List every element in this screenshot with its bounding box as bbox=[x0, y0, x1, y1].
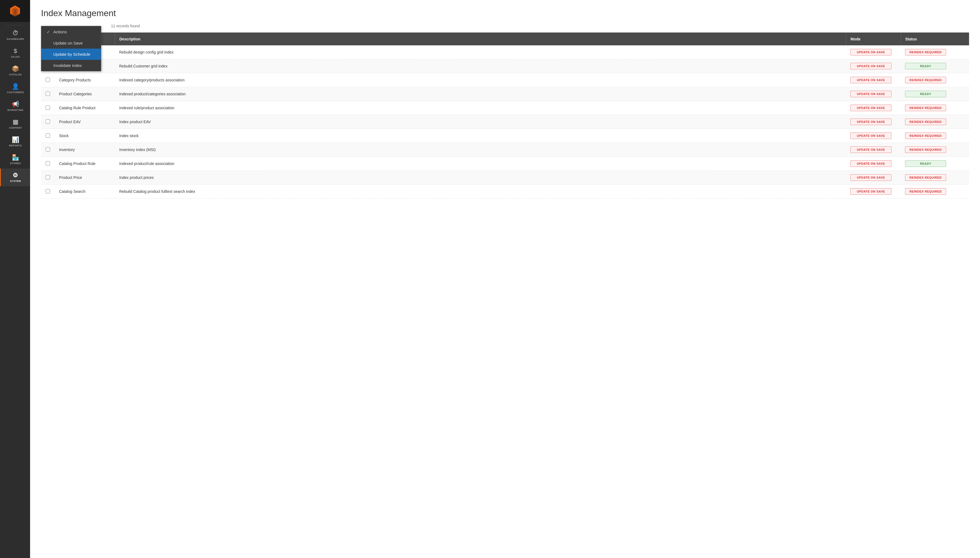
row-status[interactable]: REINDEX REQUIRED bbox=[901, 101, 969, 115]
row-indexer: Catalog Product Rule bbox=[55, 157, 115, 171]
row-indexer: Product EAV bbox=[55, 115, 115, 129]
dropdown-item-update-on-save[interactable]: Update on Save bbox=[41, 38, 101, 49]
sidebar-item-sales[interactable]: $ SALES bbox=[0, 44, 30, 62]
customers-icon: 👤 bbox=[12, 84, 20, 90]
row-checkbox-cell[interactable] bbox=[41, 87, 55, 101]
row-checkbox-cell[interactable] bbox=[41, 73, 55, 87]
dropdown-item-actions-header[interactable]: ✓ Actions bbox=[41, 26, 101, 38]
main-content: Index Management ✓ Actions Update on Sav… bbox=[30, 0, 980, 558]
row-status[interactable]: REINDEX REQUIRED bbox=[901, 115, 969, 129]
status-badge[interactable]: REINDEX REQUIRED bbox=[905, 49, 946, 56]
sidebar-item-content[interactable]: ▦ CONTENT bbox=[0, 115, 30, 133]
row-status[interactable]: READY bbox=[901, 87, 969, 101]
row-description: Index product prices bbox=[115, 171, 846, 185]
mode-badge[interactable]: UPDATE ON SAVE bbox=[850, 133, 891, 139]
mode-badge[interactable]: UPDATE ON SAVE bbox=[850, 49, 891, 56]
row-status[interactable]: REINDEX REQUIRED bbox=[901, 185, 969, 199]
row-checkbox-cell[interactable] bbox=[41, 171, 55, 185]
mode-badge[interactable]: UPDATE ON SAVE bbox=[850, 146, 891, 153]
mode-badge[interactable]: UPDATE ON SAVE bbox=[850, 118, 891, 125]
row-description: Index stock bbox=[115, 129, 846, 143]
mode-badge[interactable]: UPDATE ON SAVE bbox=[850, 174, 891, 181]
row-checkbox[interactable] bbox=[46, 189, 50, 194]
sidebar-label-dashboard: DASHBOARD bbox=[7, 38, 24, 40]
row-checkbox-cell[interactable] bbox=[41, 143, 55, 157]
table-row: Design Config GridRebuild design config … bbox=[41, 45, 969, 59]
row-status[interactable]: REINDEX REQUIRED bbox=[901, 171, 969, 185]
actions-dropdown-menu[interactable]: ✓ Actions Update on Save Update by Sched… bbox=[41, 26, 101, 71]
sales-icon: $ bbox=[14, 48, 17, 54]
row-checkbox[interactable] bbox=[46, 105, 50, 110]
status-badge[interactable]: REINDEX REQUIRED bbox=[905, 188, 946, 195]
mode-badge[interactable]: UPDATE ON SAVE bbox=[850, 105, 891, 111]
row-indexer: Category Products bbox=[55, 73, 115, 87]
dropdown-item-update-by-schedule[interactable]: Update by Schedule bbox=[41, 49, 101, 60]
dropdown-invalidate-index-label: Invalidate index bbox=[53, 63, 82, 68]
content-icon: ▦ bbox=[13, 119, 18, 125]
row-mode[interactable]: UPDATE ON SAVE bbox=[846, 185, 901, 199]
row-checkbox[interactable] bbox=[46, 92, 50, 96]
row-status[interactable]: READY bbox=[901, 157, 969, 171]
sidebar-item-marketing[interactable]: 📢 MARKETING bbox=[0, 97, 30, 115]
status-badge[interactable]: REINDEX REQUIRED bbox=[905, 174, 946, 181]
index-table-container: Indexer Description Mode Status Design C… bbox=[41, 33, 969, 199]
status-badge[interactable]: REINDEX REQUIRED bbox=[905, 133, 946, 139]
marketing-icon: 📢 bbox=[12, 101, 20, 107]
row-mode[interactable]: UPDATE ON SAVE bbox=[846, 73, 901, 87]
sidebar-item-dashboard[interactable]: ⏱ DASHBOARD bbox=[0, 26, 30, 44]
row-mode[interactable]: UPDATE ON SAVE bbox=[846, 171, 901, 185]
row-checkbox-cell[interactable] bbox=[41, 115, 55, 129]
sidebar-item-system[interactable]: ⚙ SYSTEM bbox=[0, 169, 30, 186]
status-badge[interactable]: REINDEX REQUIRED bbox=[905, 105, 946, 111]
sidebar-item-reports[interactable]: 📊 REPORTS bbox=[0, 133, 30, 151]
dropdown-item-invalidate-index[interactable]: Invalidate index bbox=[41, 60, 101, 71]
row-indexer: Inventory bbox=[55, 143, 115, 157]
sidebar-item-catalog[interactable]: 📦 CATALOG bbox=[0, 62, 30, 80]
row-status[interactable]: READY bbox=[901, 59, 969, 73]
row-mode[interactable]: UPDATE ON SAVE bbox=[846, 129, 901, 143]
row-mode[interactable]: UPDATE ON SAVE bbox=[846, 45, 901, 59]
row-status[interactable]: REINDEX REQUIRED bbox=[901, 45, 969, 59]
row-checkbox-cell[interactable] bbox=[41, 157, 55, 171]
row-checkbox-cell[interactable] bbox=[41, 101, 55, 115]
sidebar-item-customers[interactable]: 👤 CUSTOMERS bbox=[0, 80, 30, 97]
row-checkbox[interactable] bbox=[46, 133, 50, 138]
row-description: Indexed category/products association bbox=[115, 73, 846, 87]
row-indexer: Catalog Search bbox=[55, 185, 115, 199]
row-checkbox-cell[interactable] bbox=[41, 185, 55, 199]
row-mode[interactable]: UPDATE ON SAVE bbox=[846, 59, 901, 73]
mode-badge[interactable]: UPDATE ON SAVE bbox=[850, 91, 891, 97]
sidebar-label-reports: REPORTS bbox=[9, 144, 22, 147]
mode-badge[interactable]: UPDATE ON SAVE bbox=[850, 63, 891, 69]
row-status[interactable]: REINDEX REQUIRED bbox=[901, 143, 969, 157]
status-badge[interactable]: REINDEX REQUIRED bbox=[905, 118, 946, 125]
row-checkbox[interactable] bbox=[46, 119, 50, 124]
row-status[interactable]: REINDEX REQUIRED bbox=[901, 73, 969, 87]
row-mode[interactable]: UPDATE ON SAVE bbox=[846, 101, 901, 115]
row-checkbox[interactable] bbox=[46, 77, 50, 82]
row-checkbox[interactable] bbox=[46, 147, 50, 152]
row-indexer: Catalog Rule Product bbox=[55, 101, 115, 115]
sidebar-label-marketing: MARKETING bbox=[7, 109, 23, 112]
table-row: Catalog SearchRebuild Catalog product fu… bbox=[41, 185, 969, 199]
mode-badge[interactable]: UPDATE ON SAVE bbox=[850, 160, 891, 167]
row-mode[interactable]: UPDATE ON SAVE bbox=[846, 157, 901, 171]
row-description: Indexed rule/product association bbox=[115, 101, 846, 115]
row-checkbox[interactable] bbox=[46, 161, 50, 166]
row-mode[interactable]: UPDATE ON SAVE bbox=[846, 87, 901, 101]
row-mode[interactable]: UPDATE ON SAVE bbox=[846, 115, 901, 129]
row-mode[interactable]: UPDATE ON SAVE bbox=[846, 143, 901, 157]
row-checkbox[interactable] bbox=[46, 175, 50, 179]
sidebar-label-content: CONTENT bbox=[9, 126, 22, 129]
status-badge[interactable]: REINDEX REQUIRED bbox=[905, 146, 946, 153]
status-badge[interactable]: READY bbox=[905, 160, 946, 167]
status-badge[interactable]: READY bbox=[905, 63, 946, 69]
row-checkbox-cell[interactable] bbox=[41, 129, 55, 143]
sidebar-item-stores[interactable]: 🏪 STORES bbox=[0, 151, 30, 169]
status-badge[interactable]: REINDEX REQUIRED bbox=[905, 77, 946, 83]
empty-checkmark-3 bbox=[47, 63, 51, 68]
status-badge[interactable]: READY bbox=[905, 91, 946, 97]
row-status[interactable]: REINDEX REQUIRED bbox=[901, 129, 969, 143]
mode-badge[interactable]: UPDATE ON SAVE bbox=[850, 77, 891, 83]
mode-badge[interactable]: UPDATE ON SAVE bbox=[850, 188, 891, 195]
